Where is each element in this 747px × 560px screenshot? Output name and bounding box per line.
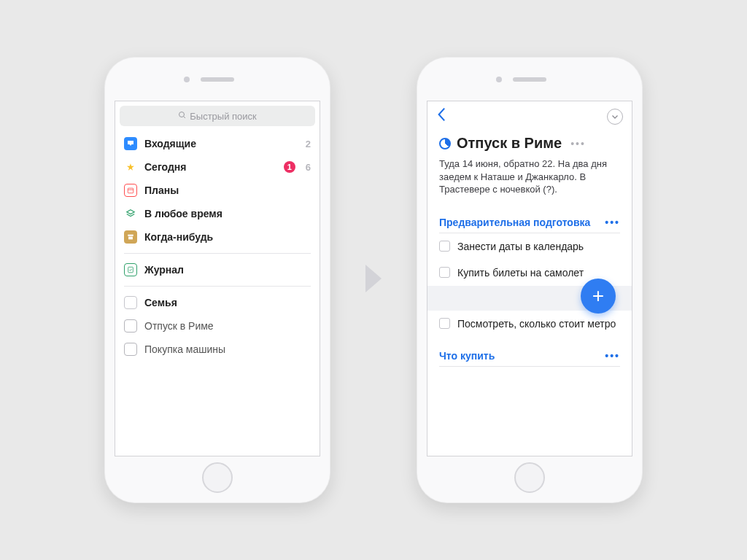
- sidebar-project-car[interactable]: Покупка машины: [115, 338, 320, 361]
- screen-right: Отпуск в Риме ••• Туда 14 июня, обратно …: [427, 101, 632, 456]
- back-button[interactable]: [436, 107, 446, 126]
- phone-right: Отпуск в Риме ••• Туда 14 июня, обратно …: [417, 57, 643, 503]
- add-button[interactable]: +: [581, 279, 616, 314]
- sidebar-area-family[interactable]: Семья: [115, 291, 320, 314]
- inbox-icon: [124, 137, 137, 150]
- sidebar-item-logbook[interactable]: Журнал: [115, 258, 320, 281]
- checkbox-icon[interactable]: [439, 241, 450, 252]
- home-button[interactable]: [514, 462, 545, 493]
- svg-rect-6: [128, 237, 133, 240]
- today-badge: 1: [284, 161, 295, 173]
- archive-icon: [124, 230, 137, 244]
- collapse-button[interactable]: [607, 109, 623, 125]
- checkbox-icon[interactable]: [439, 267, 450, 278]
- count: 2: [306, 139, 311, 149]
- sidebar-item-today[interactable]: ★ Сегодня 1 6: [115, 155, 320, 179]
- count: 6: [306, 162, 311, 173]
- task-row[interactable]: Занести даты в календарь: [427, 233, 632, 260]
- divider: [124, 286, 311, 287]
- svg-rect-5: [128, 235, 133, 236]
- svg-point-0: [179, 112, 185, 117]
- divider: [124, 253, 311, 254]
- calendar-icon: [124, 184, 137, 197]
- checkbox-icon[interactable]: [439, 318, 450, 329]
- search-icon: [178, 111, 187, 122]
- logbook-icon: [124, 263, 137, 276]
- project-menu-button[interactable]: •••: [570, 138, 586, 149]
- project-icon: [124, 319, 137, 332]
- area-icon: [124, 296, 137, 309]
- stack-icon: [124, 207, 137, 220]
- project-notes[interactable]: Туда 14 июня, обратно 22. На два дня зае…: [439, 158, 620, 196]
- section-header-prep[interactable]: Предварительная подготовка •••: [439, 217, 620, 233]
- sidebar-item-upcoming[interactable]: Планы: [115, 179, 320, 202]
- svg-marker-4: [127, 210, 135, 214]
- sidebar-item-inbox[interactable]: Входящие 2: [115, 132, 320, 155]
- new-task-placeholder[interactable]: +: [427, 286, 632, 311]
- screen-left: Быстрый поиск Входящие 2 ★ Сегодня 1 6: [115, 101, 320, 456]
- project-progress-icon: [439, 138, 451, 149]
- section-header-buy[interactable]: Что купить •••: [439, 350, 620, 367]
- svg-rect-2: [128, 188, 133, 193]
- section-menu-button[interactable]: •••: [605, 350, 620, 362]
- svg-rect-7: [128, 267, 133, 273]
- project-title: Отпуск в Риме: [457, 135, 562, 152]
- search-placeholder: Быстрый поиск: [190, 111, 257, 122]
- project-icon: [124, 343, 137, 356]
- task-row[interactable]: Посмотреть, сколько стоит метро: [427, 311, 632, 337]
- sidebar-project-vacation[interactable]: Отпуск в Риме: [115, 314, 320, 338]
- sidebar-item-anytime[interactable]: В любое время: [115, 202, 320, 225]
- svg-line-1: [184, 116, 186, 118]
- arrow-icon: [365, 265, 382, 295]
- section-menu-button[interactable]: •••: [605, 217, 620, 228]
- home-button[interactable]: [202, 462, 233, 493]
- sidebar-item-someday[interactable]: Когда-нибудь: [115, 225, 320, 249]
- phone-left: Быстрый поиск Входящие 2 ★ Сегодня 1 6: [104, 57, 330, 503]
- star-icon: ★: [124, 160, 137, 174]
- search-input[interactable]: Быстрый поиск: [120, 106, 315, 126]
- svg-marker-8: [365, 265, 382, 292]
